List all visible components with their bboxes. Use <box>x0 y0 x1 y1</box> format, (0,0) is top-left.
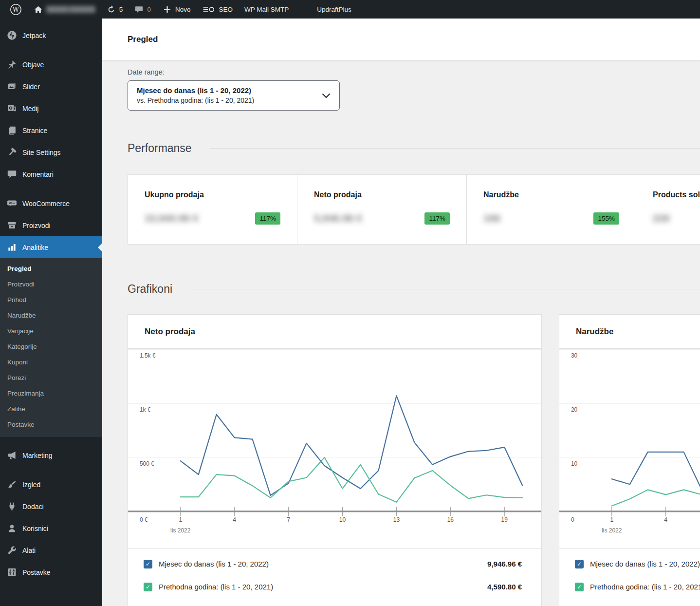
svg-text:1.5k €: 1.5k € <box>140 352 156 359</box>
submenu-item-proizvodi[interactable]: Proizvodi <box>0 276 102 292</box>
svg-text:0 €: 0 € <box>140 516 148 523</box>
sidebar-item-stranice[interactable]: Stranice <box>0 119 102 141</box>
sidebar-item-komentari[interactable]: Komentari <box>0 163 102 185</box>
checked-checkbox-icon[interactable]: ✓ <box>144 560 152 568</box>
legend-row[interactable]: ✓Prethodna godina: (lis 1 - 20, 2021) <box>559 575 700 598</box>
svg-text:1: 1 <box>179 516 182 523</box>
svg-text:4: 4 <box>664 516 667 523</box>
page-header: Pregled <box>102 19 700 60</box>
seo-icon <box>202 5 215 14</box>
stat-card-label: Narudžbe <box>483 190 619 199</box>
sidebar-item-label: Alati <box>22 547 36 554</box>
submenu-item-prihod[interactable]: Prihod <box>0 292 102 307</box>
submenu-item-narudžbe[interactable]: Narudžbe <box>0 307 102 323</box>
date-range-primary: Mjesec do danas (lis 1 - 20, 2022) <box>137 85 322 95</box>
comments-button[interactable]: 0 <box>129 0 157 19</box>
wp-mail-smtp-button[interactable]: WP Mail SMTP <box>239 0 295 19</box>
new-content-button[interactable]: Novo <box>157 0 197 19</box>
pages-icon <box>7 125 17 135</box>
checked-checkbox-icon[interactable]: ✓ <box>575 560 584 568</box>
sidebar-item-analitike[interactable]: Analitike <box>0 236 102 258</box>
admin-sidebar: JetpackObjaveSliderMedijStraniceSite Set… <box>0 19 102 606</box>
plugin-icon <box>7 501 17 511</box>
charts-title: Grafikoni <box>128 283 172 296</box>
stat-card-label: Ukupno prodaja <box>145 190 280 199</box>
svg-text:500 €: 500 € <box>140 460 154 467</box>
sidebar-item-dodaci[interactable]: Dodaci <box>0 495 102 517</box>
sidebar-item-label: Analitike <box>22 244 48 251</box>
submenu-item-postavke[interactable]: Postavke <box>0 417 102 432</box>
chart-title: Neto prodaja <box>145 327 195 337</box>
submenu-item-kuponi[interactable]: Kuponi <box>0 354 102 370</box>
page-title: Pregled <box>128 35 158 44</box>
sidebar-item-label: Korisnici <box>22 525 48 532</box>
sidebar-item-medij[interactable]: Medij <box>0 97 102 119</box>
submenu-item-preuzimanja[interactable]: Preuzimanja <box>0 385 102 401</box>
sidebar-menu: JetpackObjaveSliderMedijStraniceSite Set… <box>0 24 102 583</box>
chart-title: Narudžbe <box>576 327 613 337</box>
submenu-item-pregled[interactable]: Pregled <box>0 261 102 276</box>
stat-card-label: Products sold <box>653 190 700 199</box>
date-range-text: Mjesec do danas (lis 1 - 20, 2022) vs. P… <box>137 85 322 106</box>
sidebar-item-proizvodi[interactable]: Proizvodi <box>0 214 102 236</box>
checked-checkbox-icon[interactable]: ✓ <box>575 583 584 591</box>
svg-text:7: 7 <box>287 516 290 523</box>
sidebar-item-alati[interactable]: Alati <box>0 539 102 561</box>
svg-text:20: 20 <box>571 406 578 413</box>
updates-count: 5 <box>119 6 123 13</box>
svg-text:1: 1 <box>610 516 613 523</box>
sidebar-item-label: Stranice <box>22 127 47 134</box>
sidebar-item-site-settings[interactable]: Site Settings <box>0 141 102 163</box>
checked-checkbox-icon[interactable]: ✓ <box>144 583 152 591</box>
sidebar-item-izgled[interactable]: Izgled <box>0 473 102 495</box>
settings-icon <box>7 567 17 577</box>
sidebar-item-marketing[interactable]: Marketing <box>0 444 102 466</box>
sidebar-item-objave[interactable]: Objave <box>0 54 102 76</box>
updates-button[interactable]: 5 <box>101 0 129 19</box>
stat-card-badge: 117% <box>424 212 450 225</box>
appearance-icon <box>7 479 17 490</box>
wordpress-menu-button[interactable]: W <box>4 0 28 19</box>
submenu-item-kategorije[interactable]: Kategorije <box>0 339 102 354</box>
megaphone-icon <box>7 450 17 460</box>
charts-row: Neto prodaja 0 €500 €1k €1.5k €147101316… <box>128 314 700 606</box>
legend-label: Prethodna godina: (lis 1 - 20, 2021) <box>159 583 273 591</box>
seo-menu-button[interactable]: SEO <box>196 0 239 19</box>
svg-text:0: 0 <box>571 516 574 523</box>
stat-card-badge: 155% <box>593 212 619 225</box>
date-range-select[interactable]: Mjesec do danas (lis 1 - 20, 2022) vs. P… <box>128 80 340 111</box>
submenu-item-varijacije[interactable]: Varijacije <box>0 323 102 339</box>
sidebar-item-postavke[interactable]: Postavke <box>0 561 102 583</box>
performance-cards: Ukupno prodaja10,940.96 €117%Neto prodaj… <box>128 174 700 245</box>
charts-section-head: Grafikoni <box>128 283 700 296</box>
line-chart: 0102030147lis 2022 <box>559 349 700 536</box>
svg-text:13: 13 <box>393 516 400 523</box>
legend-row[interactable]: ✓Mjesec do danas (lis 1 - 20, 2022) <box>559 552 700 575</box>
jetpack-icon <box>7 30 17 40</box>
legend-row[interactable]: ✓Mjesec do danas (lis 1 - 20, 2022)9,946… <box>128 552 541 575</box>
stat-card-value-blurred: 166 <box>483 212 500 224</box>
legend-total: 9,946.96 € <box>487 560 522 568</box>
users-icon <box>7 523 17 533</box>
svg-text:10: 10 <box>571 460 578 467</box>
stat-card-label: Neto prodaja <box>314 190 450 199</box>
plus-icon <box>163 5 172 14</box>
admin-bar: W ██████ ███████ 5 0 Novo SEO WP Mail SM… <box>0 0 700 19</box>
home-icon <box>34 5 43 14</box>
legend-label: Mjesec do danas (lis 1 - 20, 2022) <box>590 560 700 568</box>
sidebar-item-korisnici[interactable]: Korisnici <box>0 517 102 539</box>
submenu-item-porezi[interactable]: Porezi <box>0 370 102 385</box>
section-divider <box>191 289 700 289</box>
sidebar-item-slider[interactable]: Slider <box>0 76 102 97</box>
updraftplus-button[interactable]: UpdraftPlus <box>311 0 357 19</box>
site-link[interactable]: ██████ ███████ <box>28 0 101 19</box>
date-range-label: Date range: <box>128 68 700 76</box>
date-range-secondary: vs. Prethodna godina: (lis 1 - 20, 2021) <box>137 95 322 106</box>
stat-card-value-blurred: 226 <box>653 212 670 224</box>
sidebar-item-jetpack[interactable]: Jetpack <box>0 24 102 46</box>
legend-row[interactable]: ✓Prethodna godina: (lis 1 - 20, 2021)4,5… <box>128 575 541 598</box>
sidebar-item-woocommerce[interactable]: WooWooCommerce <box>0 192 102 214</box>
analytics-submenu: PregledProizvodiPrihodNarudžbeVarijacije… <box>0 258 102 437</box>
submenu-item-zalihe[interactable]: Zalihe <box>0 401 102 417</box>
sidebar-item-label: Dodaci <box>22 503 44 511</box>
